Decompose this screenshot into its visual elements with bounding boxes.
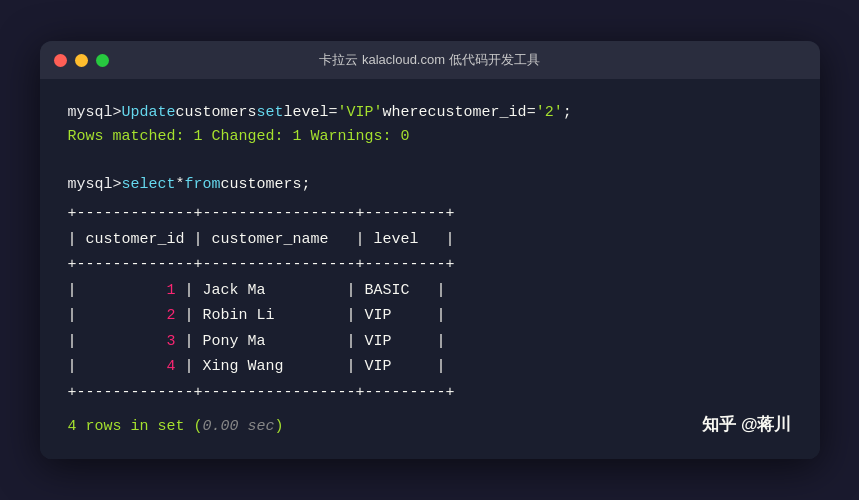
- keyword-from: from: [185, 173, 221, 197]
- result-summary: 4 rows in set (0.00 sec): [68, 415, 284, 439]
- update-command-line: mysql>Update customers set level='VIP' w…: [68, 101, 792, 125]
- select-prompt: mysql>: [68, 173, 122, 197]
- table-row: | 4 | Xing Wang | VIP |: [68, 354, 792, 380]
- window-title: 卡拉云 kalacloud.com 低代码开发工具: [319, 51, 539, 69]
- semicolon: ;: [563, 101, 572, 125]
- keyword-set: set: [257, 101, 284, 125]
- keyword-where: where: [383, 101, 428, 125]
- time-value: 0.00 sec: [203, 418, 275, 435]
- footer: 4 rows in set (0.00 sec) 知乎 @蒋川: [68, 411, 792, 438]
- keyword-update: Update: [122, 101, 176, 125]
- condition-value: '2': [536, 101, 563, 125]
- terminal-window: 卡拉云 kalacloud.com 低代码开发工具 mysql>Update c…: [40, 41, 820, 458]
- table-row: | 3 | Pony Ma | VIP |: [68, 329, 792, 355]
- table-border-top: +-------------+-----------------+-------…: [68, 201, 792, 227]
- table-container: +-------------+-----------------+-------…: [68, 201, 792, 405]
- status-line: Rows matched: 1 Changed: 1 Warnings: 0: [68, 125, 792, 149]
- titlebar: 卡拉云 kalacloud.com 低代码开发工具: [40, 41, 820, 79]
- keyword-select: select: [122, 173, 176, 197]
- value-vip: 'VIP': [338, 101, 383, 125]
- select-command-line: mysql>select * from customers;: [68, 173, 792, 197]
- minimize-button[interactable]: [75, 54, 88, 67]
- table-name: customers: [176, 101, 257, 125]
- select-star: *: [176, 173, 185, 197]
- row-count: 4 rows in set (: [68, 418, 203, 435]
- table-row: | 1 | Jack Ma | BASIC |: [68, 278, 792, 304]
- watermark: 知乎 @蒋川: [702, 411, 791, 438]
- traffic-lights: [54, 54, 109, 67]
- condition-field: customer_id=: [428, 101, 536, 125]
- table-header: | customer_id | customer_name | level |: [68, 227, 792, 253]
- table-border-header: +-------------+-----------------+-------…: [68, 252, 792, 278]
- table-border-bottom: +-------------+-----------------+-------…: [68, 380, 792, 406]
- field-level: level=: [284, 101, 338, 125]
- table-row: | 2 | Robin Li | VIP |: [68, 303, 792, 329]
- terminal-body: mysql>Update customers set level='VIP' w…: [40, 79, 820, 458]
- close-paren: ): [275, 418, 284, 435]
- close-button[interactable]: [54, 54, 67, 67]
- prompt: mysql>: [68, 101, 122, 125]
- select-table: customers;: [221, 173, 311, 197]
- maximize-button[interactable]: [96, 54, 109, 67]
